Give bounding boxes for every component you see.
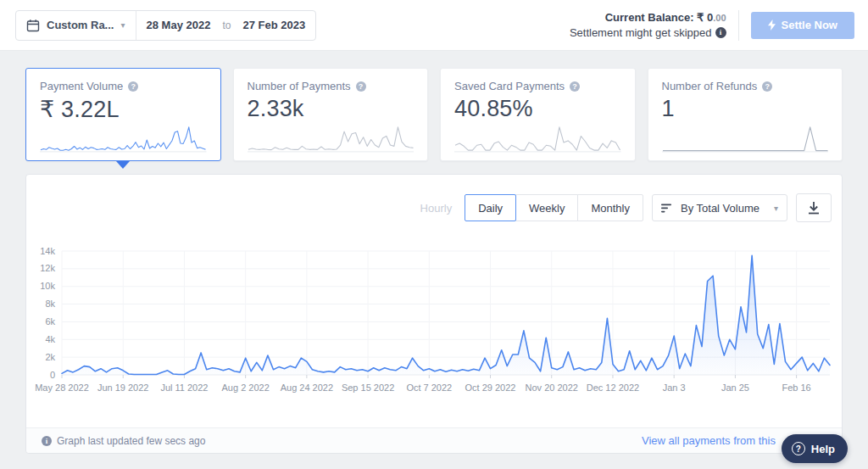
view-all-payments-link[interactable]: View all payments from this (642, 434, 776, 447)
svg-text:12k: 12k (40, 263, 55, 273)
svg-text:May 28 2022: May 28 2022 (35, 382, 89, 393)
date-to: 27 Feb 2023 (242, 19, 305, 31)
refunds-sparkline (662, 126, 829, 153)
granularity-tabs: Hourly Daily Weekly Monthly (408, 194, 643, 221)
download-icon (807, 201, 821, 215)
card-label: Number of Refunds (662, 80, 758, 92)
svg-text:Aug 24 2022: Aug 24 2022 (281, 382, 333, 393)
card-payment-volume[interactable]: Payment Volume ? ₹ 3.22L (25, 68, 221, 161)
sort-by-dropdown[interactable]: By Total Volume ▾ (652, 194, 787, 221)
svg-text:10k: 10k (40, 281, 55, 291)
card-label: Payment Volume (40, 80, 123, 92)
sort-icon (661, 204, 673, 213)
svg-text:Jan 3: Jan 3 (663, 382, 686, 393)
svg-text:14k: 14k (40, 246, 55, 256)
question-icon[interactable]: ? (128, 81, 138, 92)
balance-label: Current Balance: (605, 11, 694, 24)
card-value: 40.85% (454, 96, 621, 122)
svg-text:Aug 2 2022: Aug 2 2022 (222, 382, 270, 393)
svg-text:4k: 4k (45, 334, 55, 344)
svg-text:Dec 12 2022: Dec 12 2022 (587, 382, 639, 393)
svg-text:0: 0 (50, 370, 55, 380)
card-label: Saved Card Payments (454, 80, 565, 92)
svg-text:Nov 20 2022: Nov 20 2022 (526, 382, 578, 393)
settle-now-button[interactable]: Settle Now (751, 12, 854, 39)
payment-volume-sparkline (40, 126, 207, 153)
divider (738, 10, 739, 41)
balance-block: Current Balance: ₹ 0.00 Settlement might… (570, 10, 726, 40)
card-number-of-payments[interactable]: Number of Payments ? 2.33k (233, 68, 429, 161)
date-to-word: to (222, 20, 231, 31)
question-icon: ? (792, 442, 805, 455)
card-value: ₹ 3.22L (40, 96, 207, 123)
info-icon[interactable]: i (715, 27, 726, 38)
bolt-icon (768, 20, 776, 31)
sort-by-label: By Total Volume (681, 202, 760, 215)
stat-cards-row: Payment Volume ? ₹ 3.22L Number of Payme… (25, 68, 843, 161)
date-range-picker[interactable]: Custom Ra... ▾ 28 May 2022 to 27 Feb 202… (15, 10, 316, 41)
calendar-icon (26, 19, 40, 32)
main-chart-area: 02k4k6k8k10k12k14kMay 28 2022Jun 19 2022… (31, 243, 838, 404)
date-from: 28 May 2022 (147, 19, 211, 31)
last-updated: i Graph last updated few secs ago (42, 435, 205, 447)
balance-decimals: .00 (713, 13, 726, 23)
chevron-down-icon: ▾ (774, 204, 778, 213)
card-saved-card-payments[interactable]: Saved Card Payments ? 40.85% (440, 68, 636, 161)
svg-text:Feb 16: Feb 16 (782, 382, 810, 393)
tab-monthly[interactable]: Monthly (577, 194, 643, 221)
card-label: Number of Payments (248, 80, 351, 92)
card-value: 2.33k (248, 96, 415, 122)
range-type-label: Custom Ra... (47, 19, 114, 31)
card-value: 1 (662, 96, 829, 122)
current-balance: Current Balance: ₹ 0.00 (570, 10, 726, 25)
saved-card-sparkline (454, 126, 621, 153)
range-type-select[interactable]: Custom Ra... ▾ (16, 11, 136, 40)
balance-area: Current Balance: ₹ 0.00 Settlement might… (570, 10, 854, 41)
question-icon[interactable]: ? (570, 81, 580, 92)
top-bar: Custom Ra... ▾ 28 May 2022 to 27 Feb 202… (0, 0, 868, 51)
chart-panel: Hourly Daily Weekly Monthly By Total Vol… (25, 174, 843, 454)
question-icon[interactable]: ? (356, 81, 366, 92)
chevron-down-icon: ▾ (120, 20, 125, 30)
tab-weekly[interactable]: Weekly (515, 194, 578, 221)
svg-text:8k: 8k (45, 299, 55, 309)
svg-text:Jun 19 2022: Jun 19 2022 (97, 382, 149, 393)
settle-now-label: Settle Now (782, 19, 837, 31)
help-button[interactable]: ? Help (782, 434, 848, 463)
svg-text:Jul 11 2022: Jul 11 2022 (160, 382, 208, 393)
date-range-values[interactable]: 28 May 2022 to 27 Feb 2023 (136, 11, 316, 40)
chart-footer: i Graph last updated few secs ago View a… (26, 427, 842, 453)
chart-controls: Hourly Daily Weekly Monthly By Total Vol… (408, 193, 832, 222)
card-number-of-refunds[interactable]: Number of Refunds ? 1 (648, 68, 843, 161)
info-icon: i (42, 436, 52, 446)
payments-count-sparkline (248, 126, 415, 153)
tab-hourly[interactable]: Hourly (407, 194, 466, 221)
svg-text:2k: 2k (45, 352, 55, 362)
download-button[interactable] (796, 193, 832, 222)
svg-text:Jan 25: Jan 25 (721, 382, 749, 393)
payments-dashboard: Custom Ra... ▾ 28 May 2022 to 27 Feb 202… (0, 0, 868, 469)
svg-text:Oct 7 2022: Oct 7 2022 (406, 382, 452, 393)
help-label: Help (811, 443, 835, 455)
rupee-symbol: ₹ (697, 11, 704, 24)
svg-text:6k: 6k (45, 316, 55, 327)
svg-text:Oct 29 2022: Oct 29 2022 (465, 382, 516, 393)
tab-daily[interactable]: Daily (465, 194, 516, 221)
payments-line-chart: 02k4k6k8k10k12k14kMay 28 2022Jun 19 2022… (31, 243, 838, 404)
last-updated-text: Graph last updated few secs ago (57, 435, 205, 447)
question-icon[interactable]: ? (762, 81, 772, 92)
settlement-note: Settlement might get skipped i (570, 25, 726, 40)
svg-text:Sep 15 2022: Sep 15 2022 (342, 382, 394, 393)
settlement-note-text: Settlement might get skipped (570, 25, 712, 40)
